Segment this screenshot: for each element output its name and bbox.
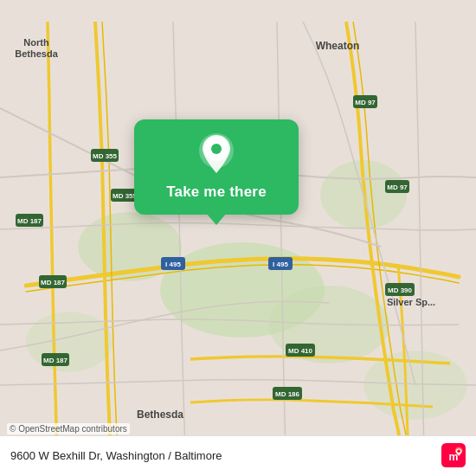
map-background: I 495 I 495 MD 97 MD 97 MD 187 MD 187 MD… [0,0,476,476]
svg-point-38 [211,144,222,154]
svg-text:North: North [23,37,49,48]
pin-icon-wrapper [194,132,239,177]
svg-text:MD 187: MD 187 [41,279,66,286]
svg-text:MD 187: MD 187 [17,217,42,225]
svg-text:MD 97: MD 97 [387,183,408,191]
svg-point-42 [457,449,460,453]
bottom-bar: 9600 W Bexhill Dr, Washington / Baltimor… [0,435,476,476]
map-container: I 495 I 495 MD 97 MD 97 MD 187 MD 187 MD… [0,0,476,476]
svg-text:MD 390: MD 390 [388,286,413,294]
svg-text:MD 355: MD 355 [93,152,118,160]
popup-card: Take me there [134,119,299,215]
svg-text:MD 97: MD 97 [355,99,376,106]
svg-text:Bethesda: Bethesda [15,48,58,59]
svg-text:MD 187: MD 187 [43,357,68,364]
moovit-logo: m [441,443,466,467]
svg-text:MD 186: MD 186 [275,390,300,398]
svg-text:MD 410: MD 410 [288,347,313,355]
svg-text:I 495: I 495 [165,261,181,268]
svg-text:Bethesda: Bethesda [137,408,183,421]
location-pin-icon [199,133,234,175]
address-text: 9600 W Bexhill Dr, Washington / Baltimor… [10,449,222,462]
svg-text:I 495: I 495 [273,261,288,268]
take-me-there-button[interactable]: Take me there [166,183,267,201]
svg-text:Wheaton: Wheaton [316,40,360,52]
osm-attribution: © OpenStreetMap contributors [7,423,130,434]
svg-text:Silver Sp...: Silver Sp... [387,297,435,307]
moovit-logo-icon: m [441,443,466,467]
